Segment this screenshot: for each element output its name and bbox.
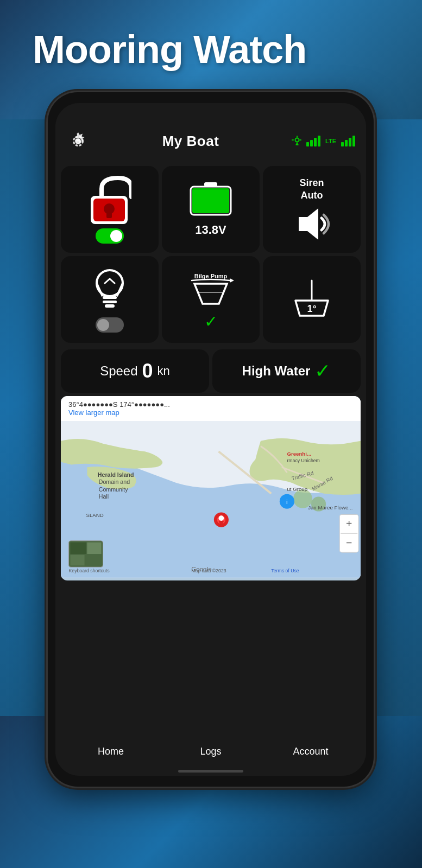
svg-point-2	[295, 138, 299, 142]
siren-line1: SirenAuto	[299, 177, 324, 202]
lock-toggle[interactable]	[96, 228, 124, 244]
svg-rect-15	[105, 304, 115, 308]
svg-text:Keyboard shortcuts: Keyboard shortcuts	[69, 568, 110, 573]
svg-point-41	[219, 515, 224, 521]
svg-text:Bilge Pump: Bilge Pump	[194, 273, 228, 279]
svg-rect-10	[192, 188, 229, 190]
bilge-pump-tile[interactable]: Bilge Pump ✓	[162, 256, 260, 343]
svg-rect-14	[103, 301, 117, 303]
light-toggle[interactable]	[96, 317, 124, 333]
signal-bars-1	[306, 136, 320, 146]
heel-tile[interactable]: 1°	[263, 256, 361, 343]
tiles-grid: 13.8V SirenAuto	[55, 163, 366, 349]
high-water-label: High Water	[242, 363, 311, 379]
svg-rect-49	[70, 555, 84, 565]
map-address-bar: 36°4●●●●●●●S 174°●●●●●●●... View larger …	[61, 396, 361, 421]
home-bar	[178, 770, 243, 773]
speed-unit: kn	[158, 364, 170, 378]
map-svg: Herald Island Domain and Community Hall …	[61, 396, 361, 580]
lte-badge: LTE	[325, 138, 336, 144]
lock-tile[interactable]	[61, 166, 159, 253]
svg-text:Map data ©2023: Map data ©2023	[191, 568, 226, 573]
map-coords: 36°4●●●●●●●S 174°●●●●●●●...	[68, 400, 353, 409]
nav-account[interactable]: Account	[261, 746, 361, 757]
svg-text:Domain and: Domain and	[99, 478, 130, 485]
svg-text:Jan Maree Flowe...: Jan Maree Flowe...	[308, 505, 352, 510]
nav-home[interactable]: Home	[61, 746, 161, 757]
svg-text:Hall: Hall	[99, 493, 109, 500]
svg-text:Community: Community	[99, 486, 128, 493]
svg-text:+: +	[346, 518, 352, 529]
svg-rect-47	[70, 542, 86, 554]
svg-rect-9	[192, 188, 229, 213]
bottom-row: Speed 0 kn High Water ✓	[55, 349, 366, 396]
speed-tile[interactable]: Speed 0 kn	[61, 349, 209, 393]
svg-point-0	[75, 138, 81, 144]
phone-frame: My Boat LTE	[48, 92, 374, 787]
settings-button[interactable]	[66, 129, 90, 153]
battery-tile[interactable]: 13.8V	[162, 166, 260, 253]
siren-tile[interactable]: SirenAuto	[263, 166, 361, 253]
svg-text:Greenhi...: Greenhi...	[287, 451, 311, 457]
map-container[interactable]: 36°4●●●●●●●S 174°●●●●●●●... View larger …	[61, 396, 361, 580]
high-water-checkmark: ✓	[314, 360, 331, 382]
speed-value: 0	[142, 360, 153, 382]
speed-label: Speed	[100, 363, 137, 379]
signal-bars-2	[341, 136, 355, 146]
svg-text:SLAND: SLAND	[86, 512, 103, 518]
boat-name: My Boat	[162, 133, 219, 150]
svg-marker-11	[299, 208, 318, 240]
nav-logs[interactable]: Logs	[161, 746, 261, 757]
signal-status: LTE	[291, 135, 355, 147]
light-tile[interactable]	[61, 256, 159, 343]
bilge-checkmark: ✓	[204, 312, 218, 331]
svg-rect-13	[103, 296, 117, 299]
battery-wrapper: 13.8V	[189, 182, 232, 237]
header: My Boat LTE	[55, 125, 366, 163]
svg-text:i: i	[286, 498, 288, 505]
svg-text:1°: 1°	[307, 303, 316, 314]
battery-voltage: 13.8V	[195, 223, 226, 237]
high-water-tile[interactable]: High Water ✓	[212, 349, 361, 393]
status-bar	[55, 103, 366, 125]
app-title: Mooring Watch	[33, 27, 306, 72]
svg-rect-6	[106, 210, 112, 218]
svg-text:ut Group: ut Group	[287, 486, 307, 492]
svg-text:−: −	[346, 537, 352, 548]
svg-text:Herald Island: Herald Island	[98, 471, 134, 478]
svg-marker-17	[230, 278, 234, 283]
bottom-nav: Home Logs Account	[55, 732, 366, 776]
svg-text:Terms of Use: Terms of Use	[271, 568, 299, 573]
svg-rect-50	[86, 555, 102, 565]
svg-rect-48	[87, 542, 101, 554]
lock-icon-wrapper	[88, 175, 131, 244]
svg-text:rmacy Unichem: rmacy Unichem	[287, 458, 319, 463]
map-view-larger[interactable]: View larger map	[68, 409, 353, 417]
phone-screen: My Boat LTE	[55, 103, 366, 776]
